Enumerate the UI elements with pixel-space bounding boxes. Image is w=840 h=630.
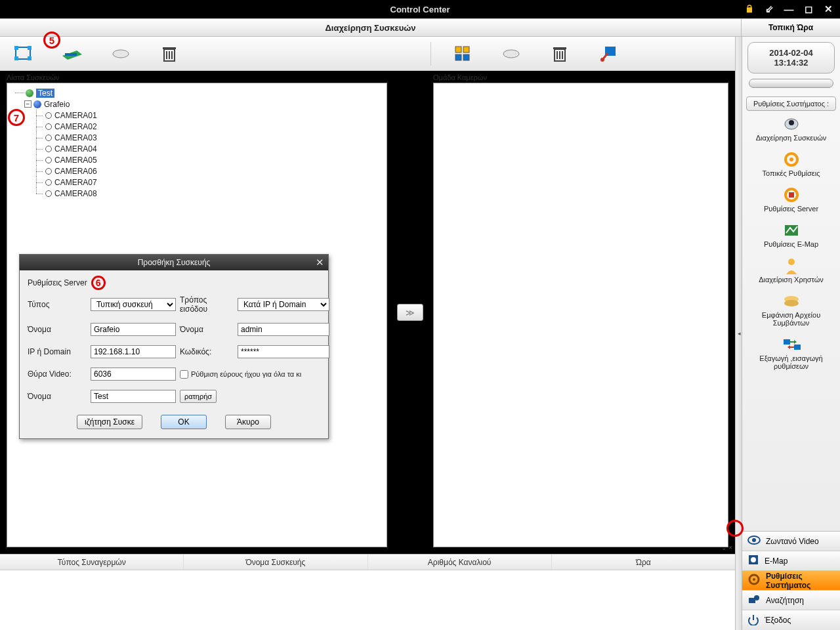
tree-camera[interactable]: CAMERA08 <box>10 188 384 199</box>
nav-item[interactable]: Αναζήτηση <box>742 591 840 610</box>
tree-root[interactable]: Test <box>10 87 384 98</box>
search-device-button[interactable]: ιζήτηση Συσκε <box>77 415 142 429</box>
label-user: Όνομα <box>180 325 234 334</box>
svg-rect-22 <box>553 47 566 49</box>
svg-point-28 <box>789 158 793 161</box>
maximize-icon[interactable]: ◻ <box>802 3 815 15</box>
nav-item-icon <box>747 594 761 606</box>
nav-item-label: Αναζήτηση <box>766 596 804 605</box>
sidebar-item-icon <box>782 293 801 310</box>
alarm-body <box>0 570 735 630</box>
cancel-button[interactable]: Άκυρο <box>225 415 271 429</box>
sidebar-item[interactable]: Ρυθμίσεις E-Map <box>742 219 840 255</box>
add-area-button[interactable] <box>12 42 35 66</box>
alarm-col-device[interactable]: Όνομα Συσκευής <box>184 555 368 570</box>
sidebar-item[interactable]: Διαχείρηση Συσκευών <box>742 113 840 148</box>
alarm-collapse-icon[interactable]: ⌄ <box>721 544 726 551</box>
svg-point-40 <box>752 538 756 542</box>
svg-marker-38 <box>788 345 790 349</box>
area-input[interactable] <box>91 390 176 403</box>
svg-point-26 <box>789 120 794 125</box>
device-list[interactable]: Test −Grafeio CAMERA01CAMERA02CAMERA03CA… <box>7 83 387 547</box>
svg-rect-15 <box>455 54 461 60</box>
camera-group-list[interactable] <box>433 83 728 547</box>
svg-point-46 <box>754 595 759 600</box>
tree-camera[interactable]: CAMERA06 <box>10 165 384 177</box>
nav-item[interactable]: Ζωντανό Video <box>742 532 840 551</box>
pin-icon[interactable]: ⇙ <box>763 3 776 15</box>
label-entry: Τρόπος εισόδου <box>180 295 234 314</box>
add-group-button[interactable] <box>451 42 474 66</box>
minimize-icon[interactable]: — <box>782 3 795 15</box>
password-input[interactable] <box>238 345 329 358</box>
audio-checkbox[interactable] <box>180 370 188 379</box>
alarm-close-icon[interactable]: × <box>728 544 732 551</box>
clock-title: Τοπική Ώρα <box>742 19 840 36</box>
system-settings-header[interactable]: Ρυθμίσεις Συστήματος : <box>746 96 836 111</box>
camera-icon <box>45 112 52 119</box>
lock-icon[interactable] <box>743 3 756 15</box>
sidebar-item[interactable]: Εξαγωγή ,εισαγωγή ρυθμίσεων <box>742 333 840 377</box>
svg-rect-14 <box>463 47 469 52</box>
sidebar-item[interactable]: Διαχείριση Χρηστών <box>742 255 840 290</box>
ok-button[interactable]: OK <box>161 415 207 429</box>
tree-camera[interactable]: CAMERA07 <box>10 177 384 188</box>
sidebar-item-label: Ρυθμίσεις Server <box>744 205 839 213</box>
tree-camera[interactable]: CAMERA04 <box>10 143 384 154</box>
nav-item[interactable]: E-Map <box>742 551 840 571</box>
device-name-input[interactable] <box>91 323 176 336</box>
ip-input[interactable] <box>91 345 176 358</box>
svg-rect-30 <box>789 192 794 198</box>
dialog-close-icon[interactable]: ✕ <box>316 257 324 268</box>
close-icon[interactable]: ✕ <box>822 3 835 15</box>
sidebar-item[interactable]: Εμφάνιση Αρχείου Συμβάντων <box>742 290 840 333</box>
move-right-button[interactable]: ≫ <box>397 304 423 321</box>
window-title: Control Center <box>390 5 450 14</box>
group-settings-button[interactable] <box>597 42 620 66</box>
dialog-title: Προσθήκη Συσκευής <box>138 258 211 267</box>
alarm-col-type[interactable]: Τύπος Συναγερμών <box>0 555 184 570</box>
globe-icon <box>26 89 33 97</box>
port-input[interactable] <box>91 368 176 381</box>
svg-rect-4 <box>28 56 32 60</box>
area-browse-button[interactable]: ρατηρήσ <box>180 390 217 403</box>
alarm-col-time[interactable]: Ώρα <box>552 555 735 570</box>
svg-rect-1 <box>14 46 18 50</box>
add-device-button[interactable] <box>60 42 84 66</box>
edit-device-button[interactable] <box>109 42 133 66</box>
tree-camera[interactable]: CAMERA01 <box>10 110 384 121</box>
type-select[interactable]: Τυπική συσκευή <box>91 298 176 311</box>
svg-point-42 <box>751 557 756 562</box>
tree-camera[interactable]: CAMERA05 <box>10 154 384 165</box>
svg-rect-3 <box>14 56 18 60</box>
entry-select[interactable]: Κατά IP ή Domain <box>238 298 329 311</box>
collapse-icon[interactable]: − <box>24 100 32 108</box>
tree-camera[interactable]: CAMERA03 <box>10 132 384 143</box>
sidebar-item-icon <box>782 151 801 168</box>
clock: 2014-02-04 13:14:32 <box>747 42 835 74</box>
nav-item[interactable]: Ρυθμίσεις Συστήματος <box>742 571 840 591</box>
tree-dvr[interactable]: −Grafeio <box>10 98 384 110</box>
add-device-dialog: Προσθήκη Συσκευής✕ Ρυθμίσεις Server 6 Τύ… <box>19 254 329 439</box>
camera-icon <box>45 168 52 175</box>
sidebar-item-label: Εμφάνιση Αρχείου Συμβάντων <box>744 311 839 327</box>
alarm-col-channel[interactable]: Αριθμός Καναλιού <box>368 555 552 570</box>
edit-group-button[interactable] <box>499 42 523 66</box>
camera-icon <box>45 157 52 163</box>
device-list-title: Λίστα Συσκευών <box>0 71 394 81</box>
username-input[interactable] <box>238 323 329 336</box>
delete-group-button[interactable] <box>548 42 572 66</box>
window-titlebar: Control Center ⇙ — ◻ ✕ <box>0 0 840 18</box>
camera-icon <box>45 135 52 141</box>
sidebar-expander[interactable]: ◂ <box>735 37 742 630</box>
nav-item-label: Έξοδος <box>765 616 791 625</box>
sidebar-item[interactable]: Τοπικές Ρυθμίσεις <box>742 148 840 184</box>
sidebar-item-icon <box>782 186 801 203</box>
tree-camera[interactable]: CAMERA02 <box>10 121 384 132</box>
sidebar-item-label: Διαχείριση Χρηστών <box>744 276 839 284</box>
delete-device-button[interactable] <box>158 42 181 66</box>
sidebar-item[interactable]: Ρυθμίσεις Server <box>742 184 840 219</box>
nav-item[interactable]: Έξοδος <box>742 610 840 630</box>
dvr-icon <box>33 100 41 108</box>
svg-rect-16 <box>463 54 469 60</box>
